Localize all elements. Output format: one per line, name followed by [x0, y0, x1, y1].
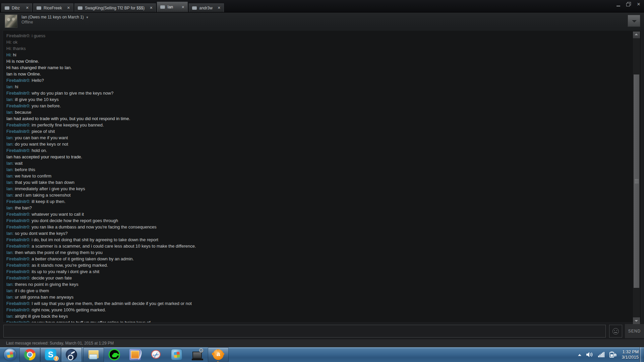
clock-time: 1:32 PM: [622, 349, 639, 355]
chat-message: Fireballnitr0: ill keep it up then.: [6, 198, 630, 205]
chat-message: Ian: before this: [6, 166, 630, 173]
show-desktop-button[interactable]: [640, 347, 644, 362]
tab-close-icon[interactable]: ✕: [23, 6, 29, 10]
tab-swagking-selling-tf2-bp-for[interactable]: SwagKing(Selling Tf2 BP for $$$)✕: [74, 3, 156, 12]
chat-message: Fireballnitr0: why do you plan to give m…: [6, 90, 630, 96]
avast-icon: [213, 349, 224, 360]
header-dropdown-button[interactable]: [628, 15, 640, 27]
taskbar-steam-button[interactable]: [61, 347, 82, 362]
tab-dibz[interactable]: Dibz✕: [1, 3, 32, 12]
chat-message: Hi: ok: [6, 39, 630, 45]
chat-message: Fireballnitr0: as it stands now, you're …: [6, 262, 630, 268]
chat-bubble-icon: [78, 6, 82, 10]
tab-ricefreek[interactable]: RiceFreek✕: [33, 3, 73, 12]
emoticon-button[interactable]: [609, 325, 622, 338]
tab-ian[interactable]: Ian✕: [157, 2, 188, 12]
chat-bubble-icon: [192, 6, 197, 10]
window-controls: ✕: [616, 2, 641, 7]
send-button[interactable]: SEND: [625, 324, 644, 338]
taskbar-green-cloud-app-button[interactable]: [104, 347, 125, 362]
volume-icon[interactable]: [586, 352, 593, 358]
sender-name: Ian:: [6, 110, 14, 115]
chat-message: Ian: do you want the keys or not: [6, 141, 630, 147]
tab-andr3w[interactable]: andr3w✕: [189, 3, 224, 12]
tab-label: andr3w: [199, 6, 212, 10]
message-input[interactable]: [3, 325, 606, 338]
scrollbar-thumb[interactable]: [634, 74, 639, 288]
tab-label: Ian: [167, 5, 176, 9]
sender-name: Ian:: [6, 288, 14, 293]
steam-icon: [66, 349, 77, 360]
taskbar-windows-update-button[interactable]: [166, 347, 187, 362]
taskbar-avast-button[interactable]: [208, 347, 229, 362]
taskbar-start-orb-button[interactable]: [1, 347, 19, 362]
chat-message: Fireballnitr0: so you have agreed to buf…: [6, 319, 630, 323]
friend-name[interactable]: Ian (Owes me 11 keys on March 1)▼: [21, 15, 89, 19]
taskbar-buttons: S3: [1, 347, 229, 362]
chat-message: Ian: ill give you the 10 keys: [6, 96, 630, 103]
chat-message: Fireballnitr0: decide your own fate: [6, 275, 630, 281]
chat-message: Ian: theres no point in giving the keys: [6, 281, 630, 288]
chat-message: Ian: alright ill give back the keys: [6, 313, 630, 319]
friend-header: Ian (Owes me 11 keys on March 1)▼ Offlin…: [0, 13, 644, 30]
tab-close-icon[interactable]: ✕: [215, 6, 221, 10]
sender-name: Ian:: [6, 167, 14, 172]
taskbar-snipping-tool-button[interactable]: [145, 347, 166, 362]
taskbar-skype-button[interactable]: S3: [40, 347, 61, 362]
green-cloud-app-icon: [109, 349, 120, 360]
chat-message: Ian: the ban?: [6, 205, 630, 211]
taskbar-device-laptop-button[interactable]: [187, 347, 208, 362]
last-message-status: Last message received: Sunday, March 01,…: [0, 339, 644, 347]
emoticon-face-icon: [612, 328, 619, 334]
chat-message: Ian: you can ban me if you want: [6, 135, 630, 141]
show-hidden-icons-icon[interactable]: [578, 352, 581, 356]
tab-label: RiceFreek: [44, 6, 62, 10]
chat-scrollbar[interactable]: [633, 32, 640, 324]
system-tray: 1:32 PM 3/1/2015: [578, 347, 639, 362]
sender-name: Ian:: [6, 135, 14, 140]
sender-name: Fireballnitr0:: [6, 199, 31, 204]
chat-message: Ian has accepted your request to trade.: [6, 154, 630, 160]
close-button[interactable]: ✕: [636, 2, 641, 7]
power-icon[interactable]: [609, 351, 617, 358]
tab-close-icon[interactable]: ✕: [179, 5, 184, 9]
taskbar-explorer-button[interactable]: [83, 347, 104, 362]
chat-message: Fireballnitr0: piece of shit: [6, 128, 630, 135]
sender-name: Fireballnitr0:: [6, 103, 31, 108]
sender-name: Fireballnitr0:: [6, 33, 31, 38]
sender-name: Hi:: [6, 40, 12, 45]
chat-message: Fireballnitr0: im perfectly fine keeping…: [6, 122, 630, 128]
restore-button[interactable]: [626, 2, 631, 7]
chat-message: Hi is now Online.: [6, 58, 630, 64]
sender-name: Fireballnitr0:: [6, 148, 31, 153]
taskbar-chrome-button[interactable]: [19, 347, 40, 362]
chat-message: Fireballnitr0: hold on.: [6, 147, 630, 154]
network-icon[interactable]: [598, 352, 605, 357]
sender-name: Fireballnitr0:: [6, 224, 31, 229]
minimize-button[interactable]: [616, 2, 621, 7]
chat-bubble-icon: [5, 6, 9, 10]
sender-name: Fireballnitr0:: [6, 122, 31, 127]
sender-name: Ian:: [6, 142, 14, 147]
tab-close-icon[interactable]: ✕: [64, 6, 70, 10]
explorer-icon: [88, 349, 99, 360]
notification-badge: 3: [54, 356, 59, 361]
sender-name: Ian:: [6, 295, 14, 300]
chat-message: Ian: hi: [6, 84, 630, 90]
chat-message: Hi has changed their name to Ian.: [6, 64, 630, 71]
sender-name: Fireballnitr0:: [6, 320, 31, 323]
chat-message: Ian: if i do give u them: [6, 288, 630, 294]
chat-message: Fireballnitr0: I will say that you give …: [6, 300, 630, 307]
scroll-down-icon[interactable]: [633, 317, 640, 324]
taskbar-movie-maker-button[interactable]: [125, 347, 145, 362]
device-laptop-icon: [192, 349, 203, 360]
clock-date: 3/1/2015: [622, 355, 639, 360]
taskbar-clock[interactable]: 1:32 PM 3/1/2015: [622, 349, 639, 360]
sender-name: Ian:: [6, 314, 14, 319]
sender-name: Fireballnitr0:: [6, 244, 31, 249]
tab-close-icon[interactable]: ✕: [147, 6, 153, 10]
chat-message: Ian: immediately after i give you the ke…: [6, 186, 630, 192]
friend-avatar[interactable]: [5, 14, 17, 28]
scroll-up-icon[interactable]: [633, 32, 640, 38]
chat-message: Fireballnitr0: a better chance of it get…: [6, 256, 630, 262]
